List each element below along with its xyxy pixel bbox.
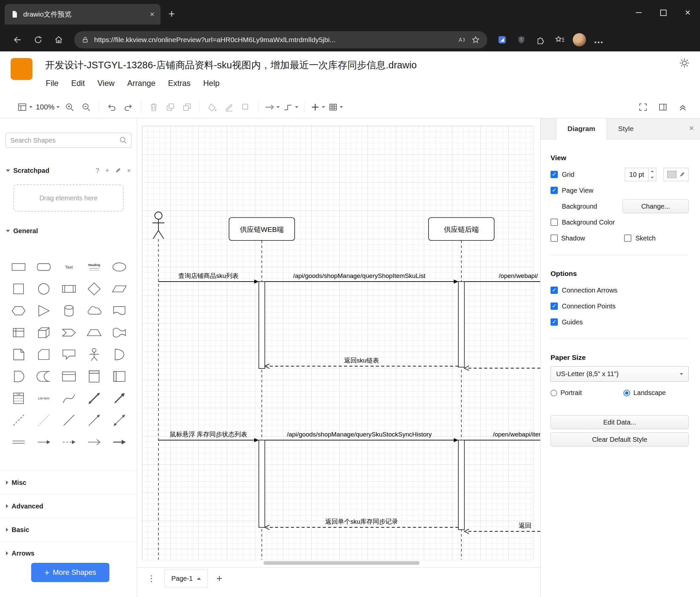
scratchpad-edit-icon[interactable]: [115, 167, 121, 173]
pages-menu-icon[interactable]: ⋮: [147, 573, 156, 584]
shape-parallelogram[interactable]: [107, 278, 132, 300]
sketch-checkbox[interactable]: [624, 235, 631, 242]
search-shapes-input[interactable]: [5, 133, 131, 148]
guides-checkbox[interactable]: [551, 318, 558, 326]
tab-diagram[interactable]: Diagram: [556, 118, 607, 139]
zoom-out-icon[interactable]: [79, 100, 93, 114]
section-advanced[interactable]: Advanced: [0, 494, 137, 518]
refresh-icon[interactable]: [29, 31, 47, 49]
shape-cloud[interactable]: [81, 300, 107, 322]
menu-extras[interactable]: Extras: [168, 79, 191, 88]
menu-edit[interactable]: Edit: [71, 79, 85, 88]
paper-size-select[interactable]: US-Letter (8,5" x 11"): [551, 366, 689, 382]
collapse-toolbar-icon[interactable]: [676, 100, 690, 114]
shadow-icon[interactable]: [239, 100, 252, 114]
shape-circle[interactable]: [31, 278, 56, 300]
shape-internal-storage[interactable]: [6, 322, 31, 343]
page-view-checkbox[interactable]: [551, 187, 558, 194]
connection-arrows-checkbox[interactable]: [551, 287, 558, 294]
page-tab[interactable]: Page-1: [165, 570, 208, 588]
read-aloud-icon[interactable]: A: [457, 35, 466, 44]
shape-or[interactable]: [107, 343, 132, 365]
shape-bidirectional-connector[interactable]: [107, 409, 132, 431]
activation-bar[interactable]: [259, 282, 265, 368]
grid-size-input[interactable]: [625, 168, 648, 181]
shape-dashed-line[interactable]: [6, 409, 31, 431]
shape-square[interactable]: [6, 278, 31, 300]
scratchpad-header[interactable]: Scratchpad ? + ×: [0, 165, 137, 176]
shape-line[interactable]: [56, 409, 81, 431]
shape-card[interactable]: [31, 343, 56, 365]
shape-tape[interactable]: [107, 322, 132, 343]
shadow-checkbox[interactable]: [551, 235, 558, 242]
shape-list-item[interactable]: List Item: [31, 387, 56, 409]
shape-ellipse[interactable]: [107, 256, 132, 278]
shape-filled-arrow-edge[interactable]: [107, 431, 132, 453]
address-bar[interactable]: https://file.kkview.cn/onlinePreview?url…: [74, 31, 487, 48]
shape-document[interactable]: [107, 300, 132, 322]
tab-close-icon[interactable]: ×: [150, 10, 154, 18]
menu-file[interactable]: File: [46, 79, 59, 88]
search-icon[interactable]: [119, 136, 128, 145]
shield-extension-icon[interactable]: T: [513, 31, 530, 48]
zoom-in-icon[interactable]: [63, 100, 76, 114]
theme-toggle-icon[interactable]: [679, 57, 690, 69]
new-tab-button[interactable]: +: [168, 8, 175, 19]
scratchpad-add-icon[interactable]: +: [105, 167, 109, 174]
menu-arrange[interactable]: Arrange: [127, 79, 155, 88]
collections-star-icon[interactable]: [551, 31, 568, 48]
shape-vertical-container[interactable]: [81, 365, 107, 387]
activation-bar[interactable]: [259, 440, 265, 527]
browser-menu-icon[interactable]: …: [591, 31, 607, 48]
undo-icon[interactable]: [105, 100, 118, 114]
add-page-button[interactable]: +: [217, 573, 223, 584]
shape-step[interactable]: [56, 322, 81, 343]
background-color-checkbox[interactable]: [551, 219, 558, 226]
shape-container[interactable]: [56, 365, 81, 387]
landscape-radio[interactable]: [623, 390, 630, 396]
grid-color-button[interactable]: [664, 168, 689, 181]
diagram-canvas[interactable]: 供应链WEB端 供应链后端 查询店铺商品sku列表 /api/goods/sho…: [137, 118, 540, 568]
shape-cylinder[interactable]: [56, 300, 81, 322]
clear-default-style-button[interactable]: Clear Default Style: [551, 432, 689, 447]
shape-heading[interactable]: Heading: [81, 256, 107, 278]
shape-directional-connector[interactable]: [81, 409, 107, 431]
scratchpad-help-icon[interactable]: ?: [96, 167, 99, 174]
connection-style-button[interactable]: [265, 100, 280, 114]
shape-link[interactable]: [6, 431, 31, 453]
shape-note[interactable]: [6, 343, 31, 365]
activation-bar[interactable]: [458, 440, 464, 530]
minimize-button[interactable]: [626, 0, 651, 25]
activation-bar[interactable]: [458, 282, 464, 367]
shape-arrow[interactable]: [107, 387, 132, 409]
close-window-button[interactable]: ×: [675, 0, 700, 25]
section-misc[interactable]: Misc: [0, 471, 137, 494]
to-front-icon[interactable]: [164, 100, 177, 114]
shape-list[interactable]: List: [6, 387, 31, 409]
shape-and[interactable]: [6, 365, 31, 387]
shape-bidirectional-arrow[interactable]: [81, 387, 107, 409]
shape-rectangle[interactable]: [6, 256, 31, 278]
zoom-level-button[interactable]: 100%: [36, 100, 60, 114]
shape-rounded-rectangle[interactable]: [31, 256, 56, 278]
url-text[interactable]: https://file.kkview.cn/onlinePreview?url…: [94, 36, 452, 44]
shape-diamond[interactable]: [81, 278, 107, 300]
menu-view[interactable]: View: [97, 79, 115, 88]
shape-actor[interactable]: [81, 343, 107, 365]
insert-button[interactable]: [310, 100, 325, 114]
delete-icon[interactable]: [147, 100, 160, 114]
back-icon[interactable]: [9, 31, 26, 49]
panel-close-icon[interactable]: ×: [689, 123, 694, 133]
shape-process[interactable]: [56, 278, 81, 300]
to-back-icon[interactable]: [180, 100, 194, 114]
format-panel-toggle-icon[interactable]: [656, 100, 670, 114]
more-shapes-button[interactable]: + More Shapes: [31, 563, 109, 582]
shape-dashed-edge[interactable]: [56, 431, 81, 453]
redo-icon[interactable]: [122, 100, 135, 114]
shape-triangle[interactable]: [31, 300, 56, 322]
shape-directional-edge[interactable]: [31, 431, 56, 453]
tab-style[interactable]: Style: [607, 118, 645, 139]
view-outline-button[interactable]: [17, 100, 32, 114]
lifeline-box-web[interactable]: 供应链WEB端: [229, 218, 295, 240]
shape-dotted-line[interactable]: [31, 409, 56, 431]
